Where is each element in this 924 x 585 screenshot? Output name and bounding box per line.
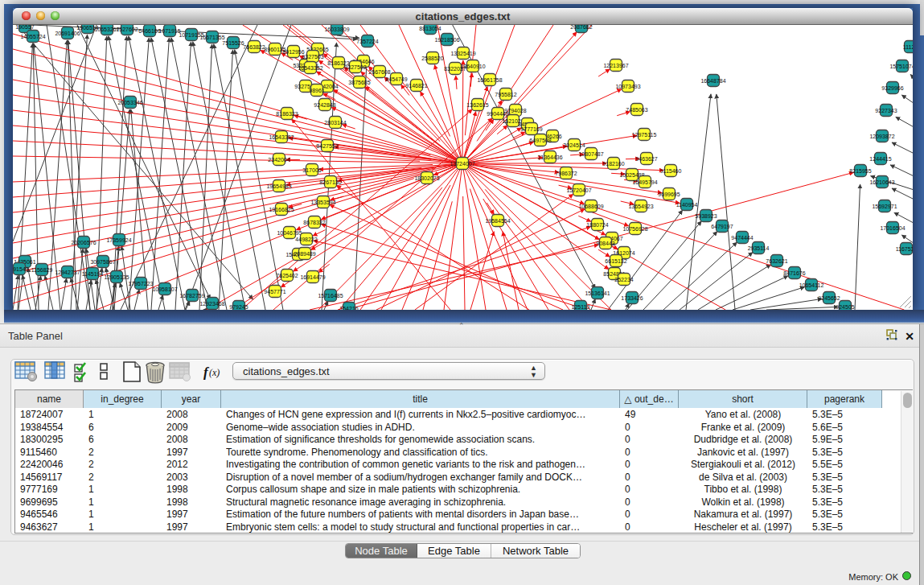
svg-text:924505: 924505 (836, 304, 854, 310)
svg-text:190557: 190557 (15, 25, 34, 30)
svg-text:20206576: 20206576 (71, 240, 96, 245)
svg-text:16961758: 16961758 (477, 77, 502, 83)
svg-text:252234: 252234 (614, 277, 633, 282)
svg-text:7625402: 7625402 (276, 273, 298, 278)
svg-text:10046795: 10046795 (277, 230, 302, 236)
svg-text:2588520: 2588520 (421, 56, 443, 61)
svg-text:7632621: 7632621 (766, 258, 787, 264)
svg-text:8427552: 8427552 (316, 143, 338, 149)
svg-text:3875685: 3875685 (348, 80, 370, 85)
svg-text:2803144: 2803144 (324, 120, 346, 126)
svg-text:17016504: 17016504 (880, 225, 905, 231)
svg-text:15692971: 15692971 (872, 204, 897, 209)
svg-text:13325419: 13325419 (450, 51, 475, 56)
svg-text:9329966: 9329966 (881, 85, 903, 91)
svg-text:6615132: 6615132 (605, 258, 626, 264)
svg-text:10958107: 10958107 (152, 286, 177, 292)
svg-text:10807487: 10807487 (578, 151, 603, 157)
svg-text:908443: 908443 (596, 241, 614, 246)
svg-text:20053346: 20053346 (117, 100, 142, 105)
svg-text:7986372: 7986372 (555, 171, 577, 176)
svg-text:13353594: 13353594 (310, 200, 335, 205)
svg-text:16648784: 16648784 (700, 78, 725, 84)
svg-text:19166825: 19166825 (269, 207, 294, 212)
svg-text:19654983: 19654983 (266, 183, 291, 189)
svg-text:1071915: 1071915 (158, 28, 180, 34)
svg-text:13724007: 13724007 (450, 161, 474, 167)
svg-text:979245: 979245 (229, 304, 248, 310)
svg-text:1362615: 1362615 (466, 102, 488, 108)
svg-text:5938923: 5938923 (695, 213, 717, 219)
svg-text:6479197: 6479197 (711, 224, 733, 229)
svg-text:9457771: 9457771 (264, 289, 285, 295)
svg-text:15136141: 15136141 (585, 290, 610, 296)
svg-text:98961: 98961 (309, 88, 325, 93)
svg-text:9699695: 9699695 (658, 192, 680, 197)
svg-text:1733426: 1733426 (621, 295, 643, 301)
svg-text:9115460: 9115460 (660, 168, 682, 174)
svg-text:16543382: 16543382 (269, 134, 294, 140)
svg-text:19584554: 19584554 (485, 218, 510, 224)
svg-text:7955812: 7955812 (495, 92, 516, 97)
svg-text:2087682: 2087682 (570, 25, 592, 30)
svg-text:8267130: 8267130 (319, 179, 341, 185)
svg-text:10654112: 10654112 (799, 282, 824, 288)
svg-text:12905135: 12905135 (104, 274, 129, 280)
svg-text:8678332: 8678332 (303, 220, 325, 225)
svg-text:8215955: 8215955 (849, 168, 871, 174)
svg-text:15716485: 15716485 (318, 293, 343, 299)
svg-text:8471676: 8471676 (783, 270, 805, 276)
svg-text:14055724: 14055724 (20, 34, 45, 39)
svg-text:2667608: 2667608 (368, 69, 390, 75)
svg-text:30975867: 30975867 (90, 259, 115, 265)
svg-text:16495794: 16495794 (632, 179, 657, 185)
svg-text:9182160: 9182160 (602, 161, 624, 167)
svg-text:7485063: 7485063 (626, 107, 647, 113)
svg-text:7663822: 7663822 (243, 44, 265, 50)
svg-text:12942737: 12942737 (55, 270, 80, 275)
svg-text:9242848: 9242848 (314, 102, 335, 108)
svg-text:16543382: 16543382 (298, 65, 322, 71)
svg-text:12923468: 12923468 (199, 301, 224, 307)
svg-text:125113: 125113 (572, 304, 590, 310)
svg-text:21364436: 21364436 (537, 154, 562, 160)
svg-text:19218506: 19218506 (434, 37, 459, 43)
svg-text:10973493: 10973493 (615, 84, 640, 89)
svg-text:9327503: 9327503 (302, 54, 323, 60)
svg-text:9794028: 9794028 (504, 108, 526, 113)
svg-text:2342004: 2342004 (268, 157, 290, 163)
svg-text:12213967: 12213967 (603, 63, 628, 68)
svg-text:317006: 317006 (302, 167, 321, 173)
svg-text:16033809: 16033809 (324, 27, 349, 32)
svg-text:10688609: 10688609 (578, 204, 603, 209)
svg-text:9146821: 9146821 (405, 83, 427, 89)
svg-text:6497508: 6497508 (529, 138, 551, 143)
svg-text:13654923: 13654923 (628, 204, 653, 209)
svg-text:1244415: 1244415 (869, 156, 891, 162)
svg-text:16914479: 16914479 (300, 274, 325, 280)
svg-text:18302073: 18302073 (414, 175, 439, 181)
svg-text:17957223: 17957223 (128, 281, 153, 286)
svg-text:18640910: 18640910 (460, 64, 485, 69)
svg-text:3024514: 3024514 (563, 142, 585, 148)
svg-text:16782759: 16782759 (179, 293, 204, 299)
svg-text:7357224: 7357224 (356, 39, 378, 44)
svg-text:9327502: 9327502 (344, 64, 366, 70)
svg-text:16210643: 16210643 (869, 179, 894, 185)
svg-text:15720407: 15720407 (566, 187, 591, 193)
svg-text:2089489: 2089489 (294, 251, 315, 257)
svg-text:1140954: 1140954 (676, 202, 698, 208)
svg-text:1145194: 1145194 (82, 271, 104, 277)
svg-text:9463627: 9463627 (635, 156, 657, 162)
svg-text:10756928: 10756928 (622, 226, 647, 232)
svg-text:17359924: 17359924 (106, 237, 131, 243)
svg-text:1156829: 1156829 (31, 267, 53, 273)
svg-text:(x): (x) (209, 367, 220, 378)
svg-text:391549: 391549 (13, 266, 29, 272)
svg-text:16671355: 16671355 (199, 35, 224, 40)
svg-text:2935114: 2935114 (748, 245, 770, 251)
svg-text:20691406: 20691406 (55, 31, 80, 36)
svg-text:7515526: 7515526 (222, 40, 244, 46)
svg-text:1880724: 1880724 (586, 222, 608, 228)
svg-text:12975115: 12975115 (632, 132, 657, 138)
